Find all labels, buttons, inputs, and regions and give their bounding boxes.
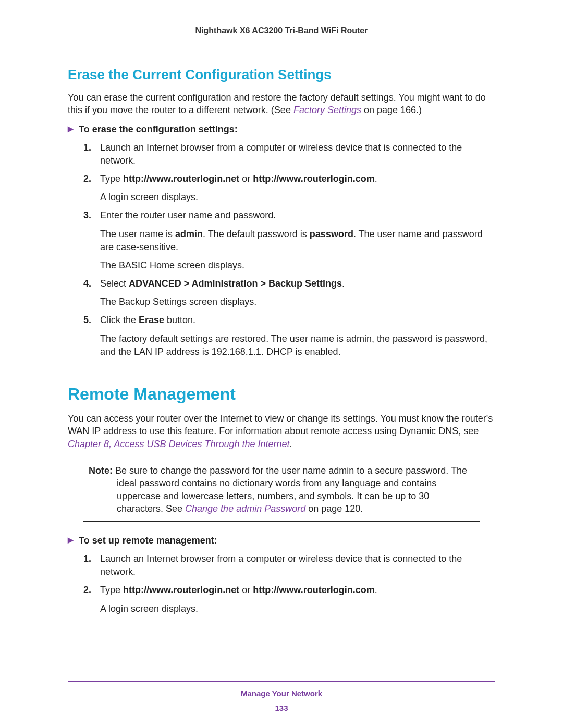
step: 2. Type http://www.routerlogin.net or ht… [83, 172, 495, 204]
paragraph: You can access your router over the Inte… [68, 412, 495, 450]
paragraph: You can erase the current configuration … [68, 91, 495, 117]
step-text: The factory default settings are restore… [100, 332, 495, 359]
text: on page 120. [305, 503, 363, 514]
url-text: http://www.routerlogin.net [123, 585, 239, 595]
step-number: 5. [83, 314, 91, 327]
text: . [375, 174, 377, 184]
step-text: The Backup Settings screen displays. [100, 295, 495, 309]
step: 3. Enter the router user name and passwo… [83, 209, 495, 272]
note-label: Note: [89, 465, 113, 476]
step: 1. Launch an Internet browser from a com… [83, 141, 495, 167]
step-text: Type http://www.routerlogin.net or http:… [100, 584, 495, 597]
step-text: Select ADVANCED > Administration > Backu… [100, 277, 495, 290]
heading-remote-management: Remote Management [68, 385, 495, 404]
procedure-heading: To erase the configuration settings: [68, 124, 495, 135]
footer-page-number: 133 [68, 704, 495, 712]
button-name: Erase [139, 315, 164, 325]
text: button. [164, 315, 195, 325]
text: on page 166.) [361, 105, 422, 115]
text: You can erase the current configuration … [68, 92, 486, 115]
text: . [290, 439, 292, 449]
bold-text: admin [175, 229, 203, 239]
url-text: http://www.routerlogin.net [123, 174, 239, 184]
procedure-steps: 1. Launch an Internet browser from a com… [83, 552, 495, 615]
text: . [342, 278, 345, 289]
text: Type [100, 174, 123, 184]
step-number: 1. [83, 552, 91, 565]
step-text: A login screen displays. [100, 191, 495, 204]
cross-reference-link[interactable]: Chapter 8, Access USB Devices Through th… [68, 439, 290, 449]
step-text: The user name is admin. The default pass… [100, 228, 495, 254]
step: 5. Click the Erase button. The factory d… [83, 314, 495, 359]
step-text: A login screen displays. [100, 602, 495, 615]
step-number: 2. [83, 584, 91, 597]
text: Select [100, 278, 129, 289]
heading-erase-config: Erase the Current Configuration Settings [68, 67, 495, 83]
menu-path: ADVANCED > Administration > Backup Setti… [129, 278, 342, 289]
cross-reference-link[interactable]: Factory Settings [293, 105, 361, 115]
text: . The default password is [203, 229, 310, 239]
step-number: 3. [83, 209, 91, 222]
step: 1. Launch an Internet browser from a com… [83, 552, 495, 578]
text: or [239, 174, 253, 184]
page-footer: Manage Your Network 133 [68, 681, 495, 712]
note-body: Note: Be sure to change the password for… [89, 464, 474, 515]
procedure-steps: 1. Launch an Internet browser from a com… [83, 141, 495, 359]
url-text: http://www.routerlogin.com [253, 174, 374, 184]
text: Click the [100, 315, 139, 325]
document-page: Nighthawk X6 AC3200 Tri-Band WiFi Router… [0, 0, 563, 728]
footer-chapter-title: Manage Your Network [241, 689, 322, 698]
bold-text: password [310, 229, 353, 239]
step-text: Launch an Internet browser from a comput… [100, 552, 495, 578]
step-number: 1. [83, 141, 91, 154]
step-text: Click the Erase button. [100, 314, 495, 327]
step: 2. Type http://www.routerlogin.net or ht… [83, 584, 495, 615]
text: . [375, 585, 377, 595]
text: The user name is [100, 229, 175, 239]
step: 4. Select ADVANCED > Administration > Ba… [83, 277, 495, 309]
step-text: Type http://www.routerlogin.net or http:… [100, 172, 495, 186]
text: You can access your router over the Inte… [68, 413, 493, 436]
procedure-heading: To set up remote management: [68, 535, 495, 546]
step-text: The BASIC Home screen displays. [100, 259, 495, 272]
step-number: 4. [83, 277, 91, 290]
cross-reference-link[interactable]: Change the admin Password [185, 503, 305, 514]
step-number: 2. [83, 172, 91, 186]
procedure-heading-text: To erase the configuration settings: [79, 124, 238, 134]
step-text: Enter the router user name and password. [100, 209, 495, 222]
step-text: Launch an Internet browser from a comput… [100, 141, 495, 167]
document-header-title: Nighthawk X6 AC3200 Tri-Band WiFi Router [68, 26, 495, 35]
text: or [239, 585, 253, 595]
url-text: http://www.routerlogin.com [253, 585, 374, 595]
note-block: Note: Be sure to change the password for… [83, 458, 480, 522]
procedure-heading-text: To set up remote management: [79, 535, 217, 546]
text: Type [100, 585, 123, 595]
